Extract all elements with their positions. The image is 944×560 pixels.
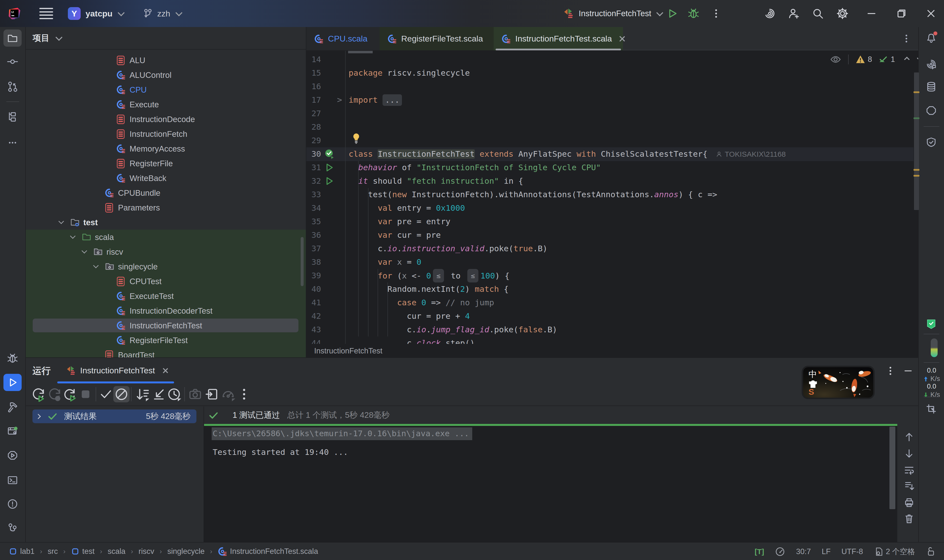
editor-body[interactable]: 1415package riscv.singlecycle1617>import… bbox=[306, 51, 918, 344]
rerun-failed-button-icon[interactable] bbox=[47, 386, 63, 402]
test-history-clock-icon[interactable] bbox=[166, 386, 182, 402]
services-icon[interactable] bbox=[3, 423, 22, 440]
status-breadcrumb-scala[interactable]: scala bbox=[108, 547, 125, 556]
project-tree-item-riscv[interactable]: riscv bbox=[26, 245, 306, 259]
hide-panel-icon[interactable] bbox=[902, 365, 914, 377]
unlock-icon[interactable] bbox=[926, 546, 936, 557]
chevron-down-icon[interactable] bbox=[93, 263, 99, 268]
more-tools-icon[interactable] bbox=[3, 134, 22, 151]
project-tree-item-test[interactable]: test bbox=[26, 215, 306, 230]
project-panel-header[interactable]: 项目 bbox=[26, 27, 306, 49]
run-test-gutter-icon[interactable] bbox=[324, 176, 335, 187]
settings-gear-icon[interactable] bbox=[834, 0, 851, 27]
inspection-widget[interactable]: 8 1 bbox=[830, 54, 918, 65]
fold-arrow-icon[interactable]: > bbox=[337, 95, 342, 105]
project-tree-item-ALUControl[interactable]: ALUControl bbox=[26, 68, 306, 82]
window-minimize-button[interactable] bbox=[863, 0, 880, 27]
terminal-icon[interactable] bbox=[3, 472, 22, 489]
code-line-34[interactable]: val entry = 0x1000 bbox=[349, 202, 465, 215]
project-tree-item-InstructionFetch[interactable]: InstructionFetch bbox=[26, 126, 306, 141]
close-icon[interactable] bbox=[162, 367, 169, 374]
version-control-icon[interactable] bbox=[3, 520, 22, 537]
soft-wrap-icon[interactable] bbox=[904, 465, 915, 476]
clear-all-icon[interactable] bbox=[904, 513, 915, 524]
structure-icon[interactable] bbox=[3, 108, 22, 126]
ai-assistant-icon[interactable] bbox=[761, 0, 778, 27]
code-line-15[interactable]: package riscv.singlecycle bbox=[349, 66, 470, 80]
intention-bulb-icon[interactable] bbox=[352, 133, 360, 144]
translation-plugin-badge[interactable]: [T] bbox=[755, 548, 764, 556]
code-with-me-icon[interactable] bbox=[785, 0, 802, 27]
project-tree-item-scala[interactable]: scala bbox=[26, 230, 306, 245]
status-breadcrumb-InstructionFetchTest.scala[interactable]: InstructionFetchTest.scala bbox=[218, 547, 318, 556]
screenshot-camera-icon[interactable] bbox=[187, 386, 203, 402]
code-line-43[interactable]: c.io.jump_flag_id.poke(false.B) bbox=[349, 323, 557, 337]
warning-stripe-mark[interactable] bbox=[913, 175, 919, 177]
chevron-down-icon[interactable] bbox=[70, 233, 76, 239]
project-tree-item-singlecycle[interactable]: singlecycle bbox=[26, 259, 306, 274]
project-tree-item-RegisterFileTest[interactable]: RegisterFileTest bbox=[26, 333, 306, 348]
status-breadcrumb-riscv[interactable]: riscv bbox=[139, 547, 154, 556]
window-close-button[interactable] bbox=[922, 0, 939, 27]
memory-indicator[interactable] bbox=[931, 338, 938, 357]
rerun-button-icon[interactable] bbox=[31, 386, 47, 402]
project-tree-item-InstructionFetchTest[interactable]: InstructionFetchTest bbox=[26, 318, 306, 333]
project-widget[interactable]: Y yatcpu bbox=[68, 7, 123, 20]
info-stripe-mark[interactable] bbox=[913, 117, 919, 119]
status-breadcrumb-test[interactable]: test bbox=[71, 547, 95, 556]
test-passed-run-icon[interactable] bbox=[324, 149, 335, 160]
main-menu-icon[interactable] bbox=[39, 8, 53, 19]
code-line-36[interactable]: var cur = pre bbox=[349, 228, 441, 242]
scroll-up-icon[interactable] bbox=[904, 431, 915, 443]
ai-assistant-chat-icon[interactable] bbox=[922, 55, 940, 73]
more-actions-kebab-icon[interactable] bbox=[708, 0, 725, 27]
project-tree-item-Parameters[interactable]: Parameters bbox=[26, 200, 306, 215]
warning-triangle-icon[interactable] bbox=[856, 54, 865, 65]
print-icon[interactable] bbox=[904, 497, 915, 508]
code-line-31[interactable]: behavior of "InstructionFetch of Single … bbox=[349, 161, 601, 174]
notifications-bell-icon[interactable] bbox=[922, 29, 940, 47]
show-ignored-filter-icon[interactable] bbox=[113, 386, 130, 402]
code-line-44[interactable]: c.clock.step() bbox=[349, 337, 475, 344]
profiler-icon[interactable] bbox=[3, 447, 22, 464]
run-toolbar-kebab-icon[interactable] bbox=[236, 386, 252, 402]
project-tree-item-WriteBack[interactable]: WriteBack bbox=[26, 171, 306, 185]
console-output[interactable]: C:\Users\26586\.jdks\temurin-17.0.16\bin… bbox=[204, 426, 897, 543]
dependencies-hexagon-icon[interactable] bbox=[922, 102, 940, 119]
project-tree-item-RegisterFile[interactable]: RegisterFile bbox=[26, 156, 306, 171]
code-line-42[interactable]: cur = pre + 4 bbox=[349, 309, 470, 323]
tabs-more-kebab-icon[interactable] bbox=[900, 32, 913, 45]
code-analysis-gauge-icon[interactable] bbox=[775, 546, 785, 557]
line-ending[interactable]: LF bbox=[822, 547, 831, 556]
pull-requests-icon[interactable] bbox=[3, 78, 22, 95]
project-tree-item-CPUBundle[interactable]: CPUBundle bbox=[26, 185, 306, 200]
project-tree-scrollbar[interactable] bbox=[301, 237, 304, 286]
warning-stripe-mark[interactable] bbox=[913, 91, 919, 93]
coverage-gauge-icon[interactable] bbox=[220, 386, 236, 402]
project-tree-item-BoardTest[interactable]: BoardTest bbox=[26, 348, 306, 357]
code-line-30[interactable]: class InstructionFetchTest extends AnyFl… bbox=[349, 148, 786, 161]
window-maximize-button[interactable] bbox=[893, 0, 910, 27]
status-breadcrumb-singlecycle[interactable]: singlecycle bbox=[167, 547, 205, 556]
project-tree-item-InstructionDecoderTest[interactable]: InstructionDecoderTest bbox=[26, 303, 306, 318]
chevron-down-icon[interactable] bbox=[82, 248, 87, 254]
show-passed-filter-icon[interactable] bbox=[97, 386, 114, 402]
status-breadcrumb-lab1[interactable]: lab1 bbox=[9, 547, 35, 556]
editor-scrollbar-thumb[interactable] bbox=[914, 72, 919, 210]
run-test-gutter-icon[interactable] bbox=[324, 163, 335, 174]
warning-stripe-mark[interactable] bbox=[913, 169, 919, 171]
folded-region[interactable]: ... bbox=[383, 94, 402, 106]
editor-tab-CPU.scala[interactable]: CPU.scala bbox=[306, 27, 379, 50]
code-line-40[interactable]: Random.nextInt(2) match { bbox=[349, 283, 509, 296]
prev-problem-icon[interactable] bbox=[904, 57, 910, 62]
editor-tab-InstructionFetchTest.scala[interactable]: InstructionFetchTest.scala bbox=[494, 27, 623, 50]
project-tree-item-InstructionDecode[interactable]: InstructionDecode bbox=[26, 112, 306, 126]
rerun-automatically-button-icon[interactable] bbox=[62, 386, 78, 402]
run-icon[interactable] bbox=[3, 374, 22, 391]
sort-by-duration-icon[interactable] bbox=[134, 386, 150, 402]
security-shield-icon[interactable] bbox=[922, 134, 940, 151]
project-tree-item-ALU[interactable]: ALU bbox=[26, 53, 306, 68]
screenshot-crop-icon[interactable] bbox=[922, 400, 940, 417]
chevron-down-icon[interactable] bbox=[59, 218, 64, 224]
indent-config[interactable]: 2 个空格 bbox=[874, 546, 915, 557]
